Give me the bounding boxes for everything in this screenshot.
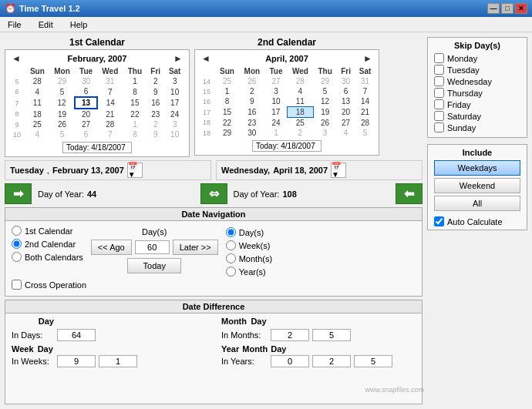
table-row[interactable]: 13 <box>75 97 97 109</box>
table-row[interactable]: 5 <box>49 86 75 97</box>
table-row[interactable]: 22 <box>123 109 146 119</box>
days-input[interactable] <box>135 240 170 254</box>
table-row[interactable]: 16 <box>239 107 265 118</box>
table-row[interactable]: 29 <box>313 76 336 86</box>
table-row[interactable]: 10 <box>265 96 288 107</box>
table-row[interactable]: 18 <box>287 107 313 118</box>
table-row[interactable]: 2 <box>287 128 313 138</box>
table-row[interactable]: 24 <box>164 109 185 119</box>
radio-months[interactable]: Month(s) <box>226 253 272 263</box>
table-row[interactable]: 4 <box>25 129 49 139</box>
table-row[interactable]: 6 <box>75 86 97 97</box>
auto-calculate-check[interactable]: Auto Calculate <box>434 216 520 226</box>
cal2-next[interactable]: ► <box>360 53 375 64</box>
cal1-dropdown-icon[interactable]: 📅▼ <box>127 163 143 178</box>
table-row[interactable]: 1 <box>215 86 239 96</box>
table-row[interactable]: 3 <box>164 76 185 86</box>
table-row[interactable]: 30 <box>239 128 265 138</box>
table-row[interactable]: 12 <box>313 96 336 107</box>
radio-both-cal[interactable]: Both Calendars <box>12 252 83 262</box>
forward-arrow-2[interactable]: ⇔ <box>200 183 227 204</box>
later-button[interactable]: Later >> <box>173 240 218 255</box>
table-row[interactable]: 19 <box>49 109 75 119</box>
in-years-year[interactable] <box>271 355 309 367</box>
in-months-month[interactable] <box>271 329 309 341</box>
table-row[interactable]: 14 <box>355 96 375 107</box>
skip-monday[interactable]: Monday <box>434 53 520 63</box>
in-years-month[interactable] <box>312 355 351 367</box>
table-row[interactable]: 17 <box>265 107 288 118</box>
table-row[interactable]: 29 <box>49 76 75 86</box>
radio-years[interactable]: Year(s) <box>226 267 272 277</box>
table-row[interactable]: 3 <box>265 86 288 96</box>
table-row[interactable]: 1 <box>265 128 288 138</box>
table-row[interactable]: 19 <box>313 107 336 118</box>
table-row[interactable]: 31 <box>97 76 123 86</box>
table-row[interactable]: 26 <box>239 76 265 86</box>
all-button[interactable]: All <box>434 196 520 211</box>
table-row[interactable]: 9 <box>146 86 164 97</box>
skip-sunday[interactable]: Sunday <box>434 122 520 132</box>
close-button[interactable]: ✕ <box>515 3 527 14</box>
table-row[interactable]: 22 <box>215 118 239 129</box>
table-row[interactable]: 9 <box>146 129 164 139</box>
table-row[interactable]: 11 <box>25 97 49 109</box>
forward-arrow-1[interactable]: ➡ <box>5 183 32 204</box>
in-years-day[interactable] <box>354 355 392 367</box>
skip-friday[interactable]: Friday <box>434 99 520 109</box>
table-row[interactable]: 21 <box>355 107 375 118</box>
table-row[interactable]: 25 <box>25 119 49 129</box>
table-row[interactable]: 10 <box>164 129 185 139</box>
radio-weeks[interactable]: Week(s) <box>226 240 272 250</box>
ago-button[interactable]: << Ago <box>91 240 132 255</box>
table-row[interactable]: 1 <box>123 76 146 86</box>
table-row[interactable]: 3 <box>313 128 336 138</box>
table-row[interactable]: 4 <box>25 86 49 97</box>
in-weeks-week[interactable] <box>57 355 96 367</box>
table-row[interactable]: 15 <box>215 107 239 118</box>
radio-1st-cal[interactable]: 1st Calendar <box>12 226 83 236</box>
table-row[interactable]: 27 <box>265 76 288 86</box>
table-row[interactable]: 9 <box>239 96 265 107</box>
table-row[interactable]: 28 <box>355 118 375 129</box>
cal2-prev[interactable]: ◄ <box>198 53 214 64</box>
table-row[interactable]: 8 <box>123 86 146 97</box>
table-row[interactable]: 27 <box>337 118 355 129</box>
table-row[interactable]: 16 <box>146 97 164 109</box>
back-arrow[interactable]: ⬅ <box>396 183 423 204</box>
table-row[interactable]: 4 <box>287 86 313 96</box>
radio-days[interactable]: Day(s) <box>226 227 272 237</box>
table-row[interactable]: 28 <box>287 76 313 86</box>
in-weeks-day[interactable] <box>99 355 137 367</box>
table-row[interactable]: 31 <box>355 76 375 86</box>
cal2-today-input[interactable] <box>252 140 322 152</box>
in-days-value[interactable] <box>57 329 96 341</box>
table-row[interactable]: 28 <box>97 119 123 129</box>
table-row[interactable]: 18 <box>25 109 49 119</box>
table-row[interactable]: 30 <box>75 76 97 86</box>
table-row[interactable]: 26 <box>313 118 336 129</box>
table-row[interactable]: 5 <box>355 128 375 138</box>
table-row[interactable]: 8 <box>123 129 146 139</box>
table-row[interactable]: 7 <box>97 129 123 139</box>
table-row[interactable]: 8 <box>215 96 239 107</box>
table-row[interactable]: 25 <box>215 76 239 86</box>
in-months-day[interactable] <box>312 329 351 341</box>
table-row[interactable]: 5 <box>49 129 75 139</box>
table-row[interactable]: 5 <box>313 86 336 96</box>
cal1-next[interactable]: ► <box>170 53 186 64</box>
table-row[interactable]: 23 <box>146 109 164 119</box>
table-row[interactable]: 3 <box>164 119 185 129</box>
maximize-button[interactable]: □ <box>501 3 513 14</box>
table-row[interactable]: 13 <box>337 96 355 107</box>
table-row[interactable]: 20 <box>75 109 97 119</box>
table-row[interactable]: 2 <box>239 86 265 96</box>
menu-help[interactable]: Help <box>66 18 93 31</box>
table-row[interactable]: 21 <box>97 109 123 119</box>
table-row[interactable]: 29 <box>215 128 239 138</box>
table-row[interactable]: 12 <box>49 97 75 109</box>
weekend-button[interactable]: Weekend <box>434 178 520 193</box>
skip-wednesday[interactable]: Wednesday <box>434 76 520 86</box>
table-row[interactable]: 25 <box>287 118 313 129</box>
table-row[interactable]: 10 <box>164 86 185 97</box>
